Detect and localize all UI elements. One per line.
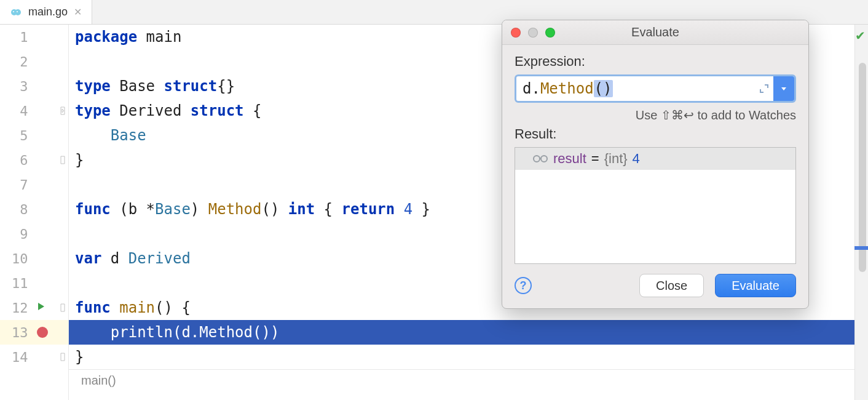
line-number: 13 <box>0 320 33 345</box>
line-number: 9 <box>0 222 33 246</box>
text: { <box>315 201 341 218</box>
breadcrumb[interactable]: main() <box>69 369 868 391</box>
current-execution-line: println(d.Method()) <box>69 320 868 345</box>
dialog-titlebar[interactable]: Evaluate <box>502 20 808 45</box>
expression-history-dropdown[interactable] <box>773 76 794 101</box>
editor-tab-main-go[interactable]: main.go ✕ <box>0 0 92 24</box>
number-literal: 4 <box>404 201 412 218</box>
indent <box>75 324 111 341</box>
close-button-label: Close <box>656 279 687 293</box>
type-name: Base <box>119 78 164 95</box>
expr-method: Method <box>540 80 594 97</box>
close-icon[interactable]: ✕ <box>74 6 82 18</box>
svg-point-1 <box>15 9 21 15</box>
evaluate-button[interactable]: Evaluate <box>715 274 796 297</box>
expand-editor-icon[interactable] <box>755 76 773 101</box>
close-button[interactable]: Close <box>639 274 704 297</box>
text: { <box>244 102 262 119</box>
line-number: 5 <box>0 123 33 148</box>
line-number: 2 <box>0 49 33 74</box>
text: () <box>261 201 288 218</box>
expression-label: Expression: <box>515 54 796 70</box>
watch-value-icon <box>532 154 548 164</box>
result-value: 4 <box>633 151 640 167</box>
var-name: d <box>111 250 128 267</box>
keyword: struct <box>164 78 218 95</box>
help-button[interactable]: ? <box>515 277 532 294</box>
type-name: Derived <box>119 102 191 119</box>
type-ref: Base <box>155 201 191 218</box>
text: () { <box>155 299 191 316</box>
expression-input[interactable]: d.Method() <box>516 76 755 101</box>
keyword: return <box>342 201 404 218</box>
text: } <box>412 201 430 218</box>
watches-hint: Use ⇧⌘↩ to add to Watches <box>515 108 796 122</box>
identifier: main <box>146 28 182 46</box>
scrollbar-thumb[interactable] <box>859 63 866 272</box>
line-number: 8 <box>0 197 33 222</box>
statement: println(d.Method()) <box>111 324 280 341</box>
breadcrumb-item[interactable]: main() <box>81 374 116 388</box>
keyword: package <box>75 28 146 46</box>
svg-point-5 <box>541 156 547 162</box>
keyword: var <box>75 250 111 267</box>
keyword: type <box>75 102 119 119</box>
line-number: 10 <box>0 246 33 271</box>
func-name: Method <box>208 201 262 218</box>
editor-marker-strip: ✔ <box>854 25 868 400</box>
go-file-icon <box>10 6 22 18</box>
expression-field[interactable]: d.Method() <box>515 74 796 103</box>
keyword: struct <box>191 102 244 119</box>
text: ) <box>191 201 208 218</box>
fold-icon[interactable] <box>60 353 69 361</box>
expr-selection: () <box>594 80 613 97</box>
keyword: func <box>75 299 119 316</box>
expr-text: d. <box>523 80 540 97</box>
embedded-type: Base <box>111 127 146 144</box>
run-gutter-icon[interactable] <box>37 302 45 313</box>
text: {} <box>217 78 235 95</box>
result-row[interactable]: result = {int} 4 <box>515 148 795 170</box>
line-number: 1 <box>0 25 33 49</box>
line-number: 3 <box>0 74 33 98</box>
tab-label: main.go <box>28 6 68 18</box>
type-ref: Derived <box>128 250 191 267</box>
fold-icon[interactable] <box>60 303 69 312</box>
result-panel: result = {int} 4 <box>515 147 796 264</box>
keyword: func <box>75 201 119 218</box>
execution-marker[interactable] <box>854 246 868 250</box>
fold-icon[interactable] <box>60 106 69 115</box>
svg-point-2 <box>13 11 14 12</box>
result-label: Result: <box>515 126 796 142</box>
line-number: 11 <box>0 271 33 295</box>
indent <box>75 127 111 144</box>
evaluate-button-label: Evaluate <box>732 279 779 293</box>
analysis-ok-icon: ✔ <box>855 28 866 43</box>
brace: } <box>75 348 84 366</box>
line-number: 4 <box>0 98 33 123</box>
brace: } <box>75 151 84 169</box>
result-type: {int} <box>604 151 628 167</box>
keyword: type <box>75 78 119 95</box>
dialog-title: Evaluate <box>502 25 808 39</box>
keyword: int <box>288 201 315 218</box>
equals: = <box>591 151 599 167</box>
result-name: result <box>553 151 586 167</box>
evaluate-dialog: Evaluate Expression: d.Method() Use ⇧⌘↩ … <box>502 20 809 309</box>
line-number: 12 <box>0 295 33 320</box>
line-number: 7 <box>0 172 33 197</box>
editor-gutter: 1 2 3 4 5 6 7 8 9 10 11 12 13 14 <box>0 25 69 400</box>
breakpoint-icon[interactable] <box>37 327 48 338</box>
fold-icon[interactable] <box>60 156 69 164</box>
text: (b * <box>119 201 155 218</box>
svg-point-4 <box>534 156 540 162</box>
line-number: 6 <box>0 148 33 172</box>
svg-point-3 <box>17 11 18 12</box>
line-number: 14 <box>0 345 33 369</box>
func-name: main <box>119 299 155 316</box>
